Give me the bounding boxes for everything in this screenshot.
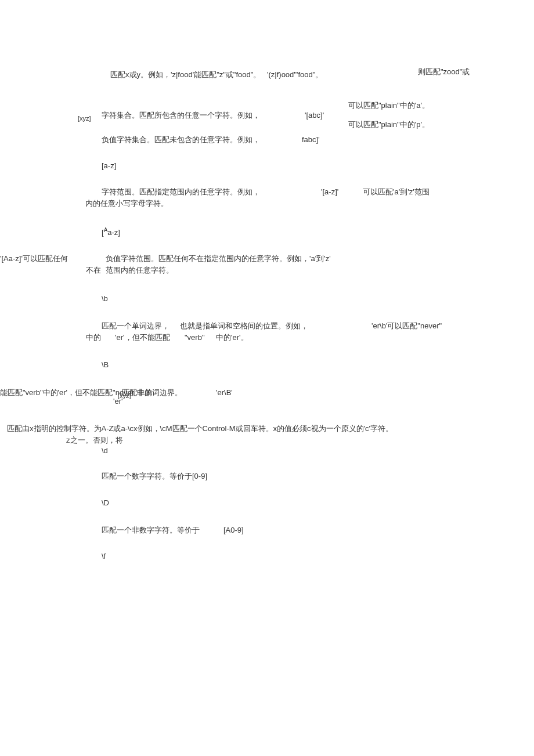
text-fragment: 负值字符范围。匹配任何不在指定范围内的任意字符。例如，'a'到'z'	[106, 254, 331, 264]
pattern-label: \b	[102, 294, 108, 304]
text-fragment: '(z|f)ood'"food"。	[267, 70, 323, 80]
text-fragment: 负值字符集合。匹配未包含的任意字符。例如，	[102, 135, 260, 145]
text-fragment: 可以匹配"plain"中的'p'。	[348, 120, 430, 130]
text-fragment: 匹配一个数字字符。等价于[0-9]	[102, 471, 207, 482]
text-fragment: 字符集合。匹配所包含的任意一个字符。例如，	[102, 110, 260, 121]
text-fragment: 匹配一个单词边界，	[102, 321, 169, 331]
text-fragment: z之一。否则，将	[66, 435, 123, 446]
text-fragment: 匹配一个非数字字符。等价于	[102, 525, 200, 536]
text-fragment: 中的	[86, 332, 101, 343]
text-fragment: 也就是指单词和空格间的位置。例如，	[180, 321, 308, 331]
text-fragment: '[a-z]'	[321, 187, 338, 197]
text-fragment: "verb"	[185, 332, 205, 343]
text-fragment: '[Aa-z]'可以匹配任何	[0, 254, 68, 264]
text-fragment: [xyz]	[118, 392, 131, 400]
text-fragment: 'er'，但不能匹配	[115, 332, 170, 343]
text-fragment: 中的'er'。	[216, 332, 248, 343]
text-fragment: 可以匹配"plain"中的'a'。	[348, 100, 430, 111]
pattern-label: \f	[102, 551, 106, 562]
text-fragment: 内的任意小写字母字符。	[85, 198, 168, 209]
text-fragment: [A0-9]	[223, 525, 244, 536]
text-fragment: 匹配x或y。例如，'z|food'能匹配"z"或"food"。	[110, 70, 261, 80]
pattern-label: \D	[102, 498, 109, 508]
pattern-label: [a-z]	[102, 161, 116, 171]
text-fragment: 字符范围。匹配指定范围内的任意字符。例如，	[102, 187, 260, 197]
text-fragment: 范围内的任意字符。	[106, 265, 174, 276]
pattern-label: \B	[102, 360, 109, 370]
text-fragment: 匹配由x指明的控制字符。为A-Z或a-\cx例如，\cM匹配一个Control-…	[7, 424, 393, 434]
text-fragment: '[abc]'	[305, 110, 324, 121]
pattern-label: \d	[102, 446, 108, 456]
text-fragment: 'er\B'	[216, 388, 233, 398]
text-fragment: fabc]'	[302, 135, 320, 145]
text-fragment: 可以匹配'a'到'z'范围	[363, 187, 430, 197]
text-fragment: 不在	[86, 265, 101, 276]
pattern-label: [Aa-z]	[102, 226, 120, 238]
pattern-label: [xyz]	[78, 114, 91, 123]
text-fragment: 则匹配"zood"或	[418, 67, 470, 77]
text-fragment: 'er\b'可以匹配"never"	[371, 321, 442, 331]
